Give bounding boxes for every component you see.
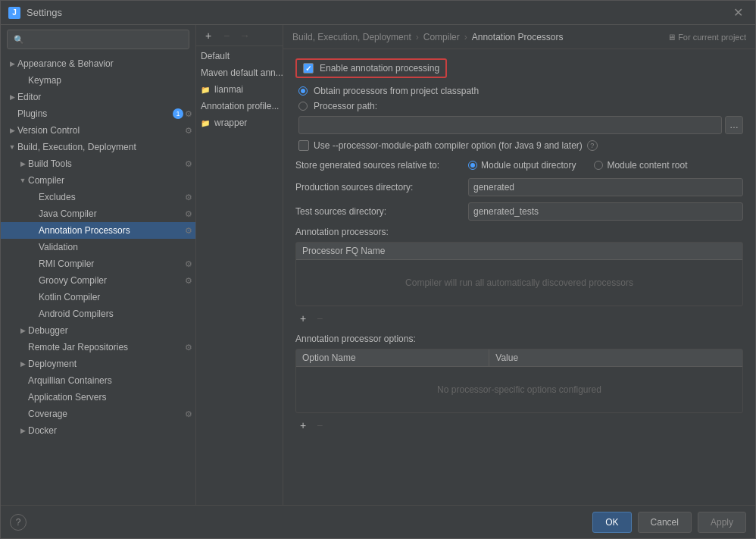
breadcrumb: Build, Execution, Deployment › Compiler …	[283, 25, 755, 49]
profile-item-annotation-profile[interactable]: Annotation profile...	[196, 98, 283, 114]
help-footer-button[interactable]: ?	[10, 514, 27, 531]
ext-icon: ⚙	[185, 259, 192, 269]
store-generated-label: Store generated sources relative to:	[295, 160, 462, 171]
sidebar-item-version-control[interactable]: ▶ Version Control ⚙	[1, 122, 195, 139]
profile-item-lianmai[interactable]: 📁 lianmai	[196, 81, 283, 98]
title-bar: J Settings ✕	[1, 1, 755, 25]
sidebar-item-coverage[interactable]: Coverage ⚙	[1, 406, 195, 422]
window-title: Settings	[27, 7, 62, 18]
module-content-radio[interactable]	[594, 161, 603, 170]
remove-processor-button[interactable]: −	[312, 311, 327, 326]
add-option-button[interactable]: +	[295, 418, 311, 433]
sidebar-item-keymap[interactable]: Keymap	[1, 72, 195, 89]
sidebar-item-deployment[interactable]: ▶ Deployment	[1, 356, 195, 372]
obtain-processors-radio[interactable]	[298, 86, 308, 96]
module-content-option[interactable]: Module content root	[594, 160, 687, 171]
checkbox-check-icon: ✓	[305, 64, 311, 73]
ext-icon: ⚙	[185, 276, 192, 286]
obtain-processors-label: Obtain processors from project classpath	[314, 86, 479, 96]
main-settings-panel: Build, Execution, Deployment › Compiler …	[283, 25, 755, 505]
folder-icon: 📁	[201, 86, 211, 94]
sidebar-item-annotation-processors[interactable]: Annotation Processors ⚙	[1, 222, 195, 239]
cov-ext: ⚙	[185, 409, 192, 419]
sidebar-item-debugger[interactable]: ▶ Debugger	[1, 322, 195, 339]
search-box[interactable]: 🔍	[7, 30, 189, 49]
ext-icon: ⚙	[185, 159, 192, 169]
sidebar-item-editor[interactable]: ▶ Editor	[1, 89, 195, 105]
sidebar-item-arquillian-containers[interactable]: Arquillian Containers	[1, 372, 195, 389]
help-icon[interactable]: ?	[587, 140, 598, 151]
arrow-icon: ▶	[17, 160, 28, 168]
sidebar-item-plugins[interactable]: Plugins 1 ⚙	[1, 105, 195, 122]
add-processor-button[interactable]: +	[295, 311, 311, 326]
module-output-label: Module output directory	[481, 160, 576, 171]
ap-table-header: Processor FQ Name	[296, 243, 742, 260]
sidebar-item-docker[interactable]: ▶ Docker	[1, 422, 195, 439]
sidebar-item-remote-jar-repos[interactable]: Remote Jar Repositories ⚙	[1, 339, 195, 356]
profile-item-wrapper[interactable]: 📁 wrapper	[196, 114, 283, 131]
sidebar-item-appearance-behavior[interactable]: ▶ Appearance & Behavior	[1, 55, 195, 72]
use-processor-label: Use --processor-module-path compiler opt…	[314, 140, 583, 151]
ao-mini-toolbar: + −	[295, 418, 743, 433]
processor-path-label: Processor path:	[314, 101, 377, 111]
sidebar-item-compiler[interactable]: ▼ Compiler	[1, 172, 195, 189]
profile-panel: + − → Default Maven default ann... 📁 lia…	[196, 25, 283, 505]
sidebar-item-groovy-compiler[interactable]: Groovy Compiler ⚙	[1, 272, 195, 289]
breadcrumb-part1: Build, Execution, Deployment	[292, 32, 411, 42]
vc-ext: ⚙	[185, 126, 192, 136]
ao-table-body: No processor-specific options configured	[296, 367, 742, 412]
path-input-row: …	[295, 116, 743, 134]
sidebar-item-android-compilers[interactable]: Android Compilers	[1, 306, 195, 322]
arrow-icon: ▶	[17, 427, 28, 434]
sidebar-item-validation[interactable]: Validation	[1, 239, 195, 255]
use-processor-module-path-checkbox[interactable]	[298, 140, 309, 151]
badge-count: 1	[173, 108, 183, 119]
jc-ext: ⚙	[185, 209, 192, 219]
ap-table-body: Compiler will run all automatically disc…	[296, 260, 742, 306]
profile-item-default[interactable]: Default	[196, 48, 283, 64]
processor-fq-name-col: Processor FQ Name	[296, 243, 742, 259]
cancel-button[interactable]: Cancel	[638, 512, 692, 533]
ao-table-header: Option Name Value	[296, 349, 742, 367]
ext-icon: ⚙	[185, 409, 192, 419]
annotation-options-section-label: Annotation processor options:	[295, 334, 743, 344]
remove-option-button[interactable]: −	[312, 418, 327, 433]
settings-content: ✓ Enable annotation processing Obtain pr…	[283, 49, 755, 505]
sidebar-item-excludes[interactable]: Excludes ⚙	[1, 189, 195, 205]
ext-icon: ⚙	[185, 126, 192, 136]
sidebar-item-build-execution-deployment[interactable]: ▼ Build, Execution, Deployment	[1, 139, 195, 155]
processor-path-input[interactable]	[298, 116, 722, 134]
breadcrumb-part2: Compiler	[423, 32, 460, 42]
for-current-project: 🖥 For current project	[667, 33, 746, 42]
footer: ? OK Cancel Apply	[1, 505, 755, 538]
use-processor-module-path-row: Use --processor-module-path compiler opt…	[295, 140, 743, 151]
copy-profile-button[interactable]: →	[237, 28, 252, 43]
ok-button[interactable]: OK	[592, 512, 631, 533]
profile-list: Default Maven default ann... 📁 lianmai A…	[196, 46, 283, 505]
enable-annotation-processing-checkbox[interactable]: ✓	[303, 63, 314, 74]
obtain-processors-row: Obtain processors from project classpath	[295, 86, 743, 96]
search-input[interactable]	[28, 34, 183, 45]
apply-button[interactable]: Apply	[698, 512, 746, 533]
sidebar-item-rmi-compiler[interactable]: RMI Compiler ⚙	[1, 255, 195, 272]
test-sources-input[interactable]	[468, 202, 743, 221]
arrow-icon: ▶	[7, 127, 17, 134]
sidebar-item-application-servers[interactable]: Application Servers	[1, 389, 195, 406]
profile-item-maven-default[interactable]: Maven default ann...	[196, 64, 283, 81]
sidebar-item-build-tools[interactable]: ▶ Build Tools ⚙	[1, 155, 195, 172]
processor-path-radio[interactable]	[298, 102, 308, 111]
module-output-radio[interactable]	[468, 161, 477, 170]
close-button[interactable]: ✕	[729, 4, 748, 21]
add-profile-button[interactable]: +	[201, 28, 216, 43]
ext-icon: ⚙	[185, 226, 192, 236]
folder-icon: 📁	[201, 119, 211, 127]
plugins-badge: 1 ⚙	[173, 108, 192, 119]
production-sources-input[interactable]	[468, 178, 743, 196]
module-output-option[interactable]: Module output directory	[468, 160, 576, 171]
bt-ext: ⚙	[185, 159, 192, 169]
sidebar-item-kotlin-compiler[interactable]: Kotlin Compiler	[1, 289, 195, 306]
browse-path-button[interactable]: …	[725, 116, 743, 134]
module-content-label: Module content root	[607, 160, 687, 171]
sidebar-item-java-compiler[interactable]: Java Compiler ⚙	[1, 205, 195, 222]
remove-profile-button[interactable]: −	[219, 28, 234, 43]
